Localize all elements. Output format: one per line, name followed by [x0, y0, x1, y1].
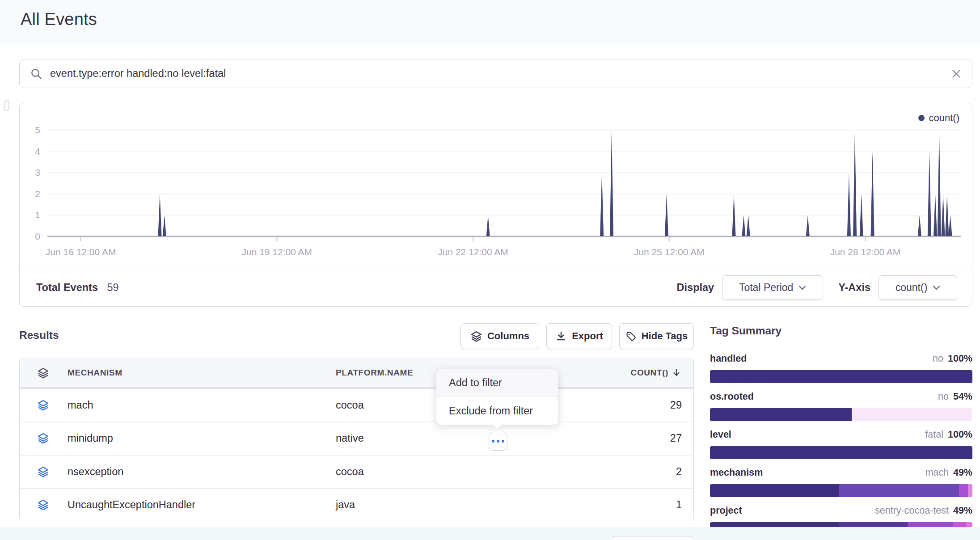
columns-button[interactable]: Columns — [460, 323, 539, 349]
events-volume-chart[interactable]: Jun 16 12:00 AMJun 19 12:00 AMJun 22 12:… — [20, 103, 972, 269]
tag-icon — [625, 331, 637, 342]
sort-desc-icon — [671, 367, 682, 378]
svg-text:Jun 16 12:00 AM: Jun 16 12:00 AM — [46, 247, 116, 257]
hide-tags-button[interactable]: Hide Tags — [619, 323, 694, 349]
svg-text:1: 1 — [35, 210, 40, 220]
tag-item-handled: handled no100% — [710, 353, 972, 383]
cell-mechanism[interactable]: UncaughtExceptionHandler — [68, 499, 336, 511]
table-header-row: MECHANISM PLATFORM.NAME COUNT() — [20, 358, 693, 388]
tag-top-value: no — [933, 353, 943, 364]
svg-text:Jun 19 12:00 AM: Jun 19 12:00 AM — [241, 247, 312, 257]
table-row[interactable]: UncaughtExceptionHandler java 1 — [20, 488, 693, 521]
cell-platform[interactable]: cocoa — [336, 466, 586, 478]
legend-dot-icon — [918, 115, 925, 121]
cell-mechanism[interactable]: nsexception — [68, 466, 336, 478]
cell-actions-button[interactable] — [489, 432, 507, 451]
tag-name: os.rooted — [710, 391, 754, 402]
cell-count: 27 — [586, 432, 693, 444]
svg-text:5: 5 — [35, 125, 40, 135]
drag-handle[interactable] — [4, 100, 9, 111]
tag-top-value: sentry-cocoa-test — [875, 505, 949, 516]
results-heading: Results — [19, 329, 59, 342]
cell-count: 1 — [586, 499, 693, 511]
pagination-buttons[interactable] — [612, 536, 694, 540]
tag-summary-heading: Tag Summary — [710, 325, 781, 337]
page-title: All Events — [21, 10, 97, 29]
menu-item-add-to-filter[interactable]: Add to filter — [436, 369, 558, 397]
cell-count: 29 — [586, 399, 693, 411]
tag-item-mechanism: mechanism mach49% — [710, 467, 972, 497]
search-bar[interactable] — [19, 59, 972, 88]
table-row[interactable]: minidump native 27 — [20, 422, 693, 455]
cell-mechanism[interactable]: minidump — [68, 432, 336, 444]
tag-distribution-bar[interactable] — [710, 484, 972, 497]
layers-icon — [37, 367, 49, 379]
svg-text:2: 2 — [35, 189, 40, 199]
yaxis-select[interactable]: count() — [879, 275, 957, 300]
row-icon-cell[interactable] — [20, 432, 68, 444]
cell-mechanism[interactable]: mach — [68, 399, 336, 411]
hide-tags-button-label: Hide Tags — [642, 330, 688, 342]
tag-distribution-bar[interactable] — [710, 370, 972, 383]
tag-top-value: fatal — [925, 429, 943, 440]
tag-name: level — [710, 429, 731, 440]
yaxis-value: count() — [896, 282, 928, 294]
total-events-label: Total Events — [36, 282, 98, 293]
chart-footer: Total Events 59 Display Total Period Y-A… — [20, 269, 972, 306]
tag-percent: 100% — [948, 429, 972, 440]
tag-item-os-rooted: os.rooted no54% — [710, 391, 972, 421]
layers-icon — [37, 432, 49, 444]
ellipsis-dot — [502, 440, 504, 443]
layers-icon — [470, 330, 482, 342]
row-icon-cell[interactable] — [20, 466, 68, 478]
column-header-count[interactable]: COUNT() — [586, 367, 693, 378]
cell-platform[interactable]: native — [336, 432, 586, 444]
tag-top-value: mach — [925, 467, 949, 478]
total-events-value: 59 — [107, 282, 119, 293]
svg-text:3: 3 — [35, 167, 40, 177]
tag-name: project — [710, 505, 742, 516]
svg-text:Jun 25 12:00 AM: Jun 25 12:00 AM — [634, 247, 705, 257]
page-header: All Events — [0, 0, 980, 44]
cell-platform[interactable]: java — [336, 499, 586, 511]
bottom-strip — [0, 527, 980, 540]
tag-item-level: level fatal100% — [710, 429, 972, 459]
tag-percent: 49% — [953, 467, 972, 478]
yaxis-label: Y-Axis — [838, 282, 870, 294]
tag-percent: 100% — [948, 353, 972, 364]
export-button-label: Export — [572, 330, 603, 342]
tag-top-value: no — [938, 391, 949, 402]
column-header-mechanism[interactable]: MECHANISM — [68, 368, 336, 378]
columns-button-label: Columns — [487, 330, 529, 342]
row-icon-cell[interactable] — [20, 399, 68, 411]
cell-count: 2 — [586, 466, 693, 478]
export-button[interactable]: Export — [546, 323, 612, 349]
svg-text:0: 0 — [35, 231, 40, 241]
layers-icon — [37, 499, 49, 511]
events-chart-card: Jun 16 12:00 AMJun 19 12:00 AMJun 22 12:… — [19, 103, 972, 307]
chevron-down-icon — [933, 285, 940, 291]
tag-name: mechanism — [710, 467, 763, 478]
tag-distribution-bar[interactable] — [710, 446, 972, 459]
table-row[interactable]: mach cocoa 29 — [20, 388, 693, 422]
header-icon-cell[interactable] — [20, 367, 68, 379]
layers-icon — [37, 399, 49, 411]
svg-text:4: 4 — [35, 146, 40, 156]
display-select[interactable]: Total Period — [722, 275, 823, 300]
tag-distribution-bar[interactable] — [710, 408, 972, 421]
row-icon-cell[interactable] — [20, 499, 68, 511]
results-table: MECHANISM PLATFORM.NAME COUNT() mach coc… — [19, 358, 694, 521]
legend-label: count() — [929, 112, 959, 124]
search-input[interactable] — [50, 68, 950, 80]
count-header-label: COUNT() — [631, 368, 668, 378]
cell-actions-menu: Add to filter Exclude from filter — [436, 369, 558, 425]
download-icon — [555, 330, 567, 342]
display-value: Total Period — [739, 282, 793, 294]
svg-text:Jun 22 12:00 AM: Jun 22 12:00 AM — [438, 247, 508, 257]
clear-search-icon[interactable] — [950, 67, 963, 80]
tag-percent: 54% — [953, 391, 972, 402]
svg-text:Jun 28 12:00 AM: Jun 28 12:00 AM — [830, 247, 901, 257]
table-row[interactable]: nsexception cocoa 2 — [20, 455, 693, 488]
chart-legend[interactable]: count() — [918, 112, 959, 124]
ellipsis-dot — [497, 440, 499, 443]
